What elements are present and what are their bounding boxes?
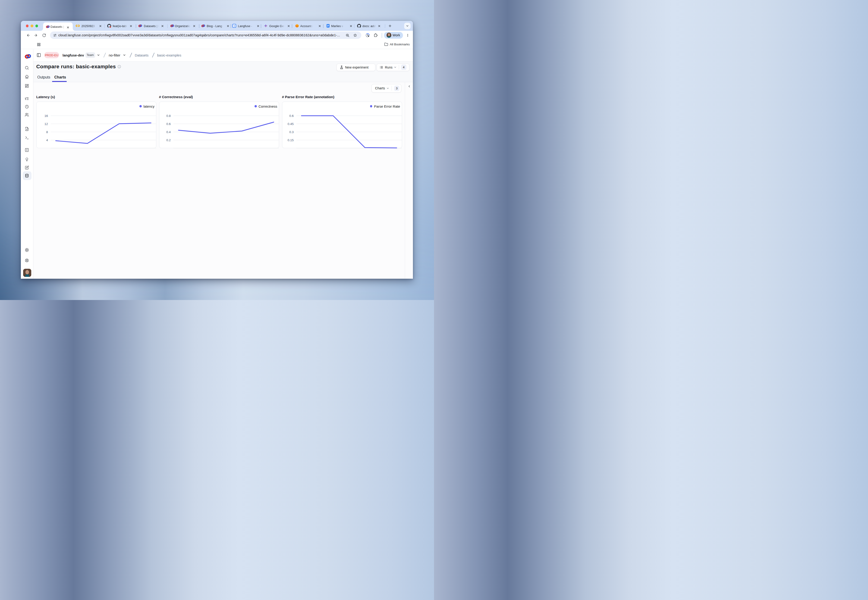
- svg-text:0.3: 0.3: [289, 130, 294, 133]
- svg-text:0.4: 0.4: [166, 130, 171, 133]
- svg-text:4: 4: [46, 138, 48, 142]
- svg-text:0.15: 0.15: [287, 138, 293, 142]
- svg-text:6: 6: [234, 25, 235, 27]
- svg-text:0.45: 0.45: [287, 122, 293, 126]
- svg-text:0.6: 0.6: [166, 122, 171, 126]
- svg-text:0.2: 0.2: [166, 138, 171, 142]
- svg-text:8: 8: [46, 130, 48, 133]
- svg-text:12: 12: [44, 122, 48, 126]
- svg-text:16: 16: [44, 114, 48, 117]
- svg-text:0.8: 0.8: [166, 114, 171, 117]
- svg-text:0.6: 0.6: [289, 114, 294, 117]
